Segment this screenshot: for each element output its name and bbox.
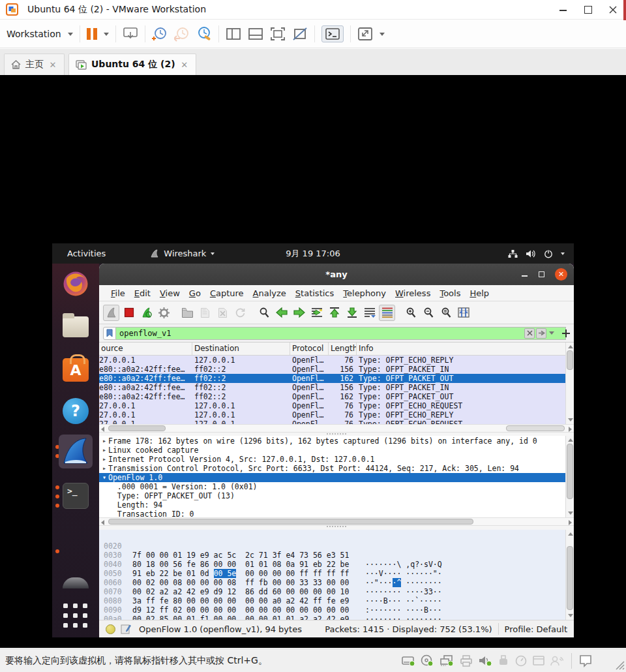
colorize-conversation-button[interactable] [361,305,378,321]
column-info[interactable]: Info [357,343,574,355]
detail-row[interactable]: ▾ OpenFlow 1.0 [99,473,574,482]
expander-icon[interactable] [99,500,108,510]
menu-item[interactable]: Telephony [338,288,391,298]
auto-scroll-button[interactable] [379,305,395,321]
show-applications-button[interactable] [63,603,89,630]
expander-icon[interactable]: ▸ [99,464,108,473]
menu-item[interactable]: Capture [205,288,248,298]
free-stretch-button[interactable] [292,27,308,41]
detail-row[interactable]: ▸ Frame 178: 162 bytes on wire (1296 bit… [99,436,574,446]
workstation-menu[interactable]: Workstation [0,29,80,39]
menu-item[interactable]: Wireless [391,288,435,298]
gauge-status-icon[interactable] [514,654,528,667]
show-console-button[interactable] [248,27,263,40]
menu-item[interactable]: Statistics [291,288,338,298]
minimize-button[interactable] [559,6,567,14]
expander-icon[interactable]: ▸ [99,446,108,455]
restart-capture-button[interactable] [138,305,155,321]
send-ctrl-alt-del-button[interactable] [123,27,138,41]
sound-status-icon[interactable] [478,654,492,667]
message-log-icon[interactable] [579,654,592,667]
network-icon[interactable] [508,249,518,258]
detail-row[interactable]: Length: 94 [99,500,574,510]
shared-user-status-icon[interactable] [550,654,564,667]
hex-row[interactable]: 0080 d9 12 ff 02 00 00 00 00 00 00 00 00… [99,587,574,596]
capture-options-button[interactable] [156,305,172,321]
detail-row[interactable]: ▸ Transmission Control Protocol, Src Por… [99,464,574,473]
filter-bookmark-button[interactable] [103,327,116,340]
expander-icon[interactable] [99,482,108,491]
close-button[interactable] [609,6,617,14]
reload-file-button[interactable] [232,305,248,321]
save-file-button[interactable] [197,305,213,321]
table-row[interactable]: 27.0.0.1 127.0.0.1 OpenFl… 76 Type: OFPT… [99,420,574,424]
open-terminal-button[interactable] [321,25,344,42]
capture-comment-icon[interactable] [121,624,131,634]
minimized-app-icon[interactable] [63,577,89,588]
zoom-reset-button[interactable] [438,305,454,321]
cdrom-status-icon[interactable] [420,654,434,667]
fit-guest-button[interactable] [270,27,286,41]
filter-add-button[interactable] [561,328,571,339]
hex-row[interactable]: 0090 00 02 85 00 01 f1 00 00 00 00 01 01… [99,596,574,605]
expander-icon[interactable] [99,510,108,517]
dock-item-terminal[interactable]: >_ [63,483,89,509]
menu-item[interactable]: View [155,288,185,298]
appmenu-button[interactable]: Wireshark [150,249,215,258]
dock-item-firefox[interactable] [63,271,89,297]
hex-row[interactable]: 0040 91 eb 22 be 01 0d 00 5e 00 00 00 00… [99,551,574,560]
hex-row[interactable]: 0070 3a ff fe 80 00 00 00 00 00 00 a0 a2… [99,578,574,587]
close-button[interactable] [555,268,567,281]
packet-list-hscrollbar[interactable] [99,424,574,433]
hex-row[interactable]: 0030 80 18 00 56 fe 86 00 00 01 01 08 0a… [99,542,574,551]
menu-item[interactable]: Tools [435,288,465,298]
go-forward-button[interactable] [291,305,307,321]
tab-vm-ubuntu[interactable]: Ubuntu 64 位 (2) [68,53,196,75]
filter-apply-button[interactable] [536,328,546,339]
hex-row[interactable]: 0060 00 02 a2 a2 42 e9 d9 12 86 dd 60 00… [99,569,574,578]
column-destination[interactable]: Destination [192,343,290,355]
show-sidebar-button[interactable] [226,27,241,40]
fullscreen-button[interactable] [357,27,373,41]
table-row[interactable]: e80::a0a2:42ff:fee… ff02::2 OpenFl… 156 … [99,383,574,392]
activities-button[interactable]: Activities [67,249,106,258]
open-file-button[interactable] [179,305,196,321]
details-hscrollbar[interactable] [99,517,574,526]
stop-capture-button[interactable] [121,305,137,321]
table-row[interactable]: 27.0.0.1 127.0.0.1 OpenFl… 76 Type: OFPT… [99,356,574,365]
status-profile[interactable]: Profile: Default [505,624,567,634]
menu-item[interactable]: Analyze [248,288,291,298]
tab-close-icon[interactable] [180,60,189,70]
expander-icon[interactable] [99,491,108,500]
dock-item-wireshark[interactable] [59,435,93,468]
revert-snapshot-button[interactable] [174,26,190,42]
dock-item-files[interactable] [63,313,89,339]
expander-icon[interactable]: ▸ [99,436,108,446]
printer-status-icon[interactable] [459,654,473,667]
table-row[interactable]: 27.0.0.1 127.0.0.1 OpenFl… 76 Type: OFPT… [99,401,574,410]
pane-splitter[interactable] [327,433,346,435]
zoom-out-button[interactable] [420,305,436,321]
table-row[interactable]: e80::a0a2:42ff:fee… ff02::2 OpenFl… 162 … [99,374,574,383]
display-status-icon[interactable] [532,654,545,667]
menu-item[interactable]: Go [185,288,205,298]
tab-home[interactable]: 主页 [4,53,65,75]
hex-row[interactable]: 0050 00 02 00 08 00 00 00 08 ff fb 00 00… [99,560,574,569]
fullscreen-options-caret[interactable] [380,33,385,36]
display-filter-input[interactable] [116,327,566,340]
expander-icon[interactable]: ▾ [99,473,108,482]
close-file-button[interactable] [215,305,231,321]
resize-columns-button[interactable] [455,305,471,321]
column-protocol[interactable]: Protocol [290,343,329,355]
table-row[interactable]: e80::a0a2:42ff:fee… ff02::2 OpenFl… 162 … [99,392,574,401]
hex-row[interactable]: 0020 7f 00 00 01 19 e9 ac 5c 2c 71 3f e4… [99,532,574,542]
system-menu-caret[interactable] [561,252,565,255]
menu-item[interactable]: Help [465,288,494,298]
manage-snapshots-button[interactable] [196,26,212,42]
resize-grip[interactable] [616,661,625,670]
maximize-button[interactable] [584,6,592,14]
column-source[interactable]: ource [99,343,192,355]
detail-row[interactable]: Transaction ID: 0 [99,510,574,517]
go-to-packet-button[interactable] [308,305,325,321]
take-snapshot-button[interactable] [152,26,168,42]
